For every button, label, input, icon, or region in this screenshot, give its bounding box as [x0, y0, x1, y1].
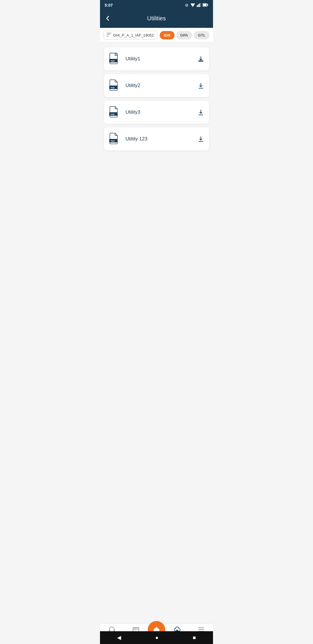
utility-name-3: Utility3	[125, 109, 140, 115]
utility-name-4: Utitity 123	[125, 136, 148, 142]
download-button-4[interactable]	[197, 135, 204, 142]
svg-rect-8	[107, 33, 111, 33]
filter-input[interactable]	[113, 33, 154, 37]
tab-gtl[interactable]: GTL	[194, 31, 210, 39]
svg-rect-23	[199, 141, 203, 142]
utility-name-1: Utility1	[125, 56, 140, 62]
pdf-icon-4: PDF	[109, 133, 121, 145]
svg-rect-17	[199, 88, 203, 88]
utility-item-1[interactable]: PDF Utility1	[104, 47, 209, 70]
pdf-icon-2: PDF	[109, 79, 121, 92]
battery-icon	[203, 3, 208, 8]
filter-input-wrapper[interactable]	[103, 31, 157, 39]
utility-left-3: PDF Utility3	[109, 106, 140, 119]
filter-lines-icon	[107, 33, 111, 37]
svg-rect-6	[208, 4, 208, 6]
filter-bar: GHI GPA GTL	[100, 28, 213, 43]
category-tabs: GHI GPA GTL	[160, 31, 210, 39]
svg-rect-14	[199, 61, 203, 62]
utility-item-2[interactable]: PDF Utility2	[104, 74, 209, 97]
svg-rect-7	[203, 4, 207, 6]
svg-text:PDF: PDF	[111, 113, 115, 115]
tab-ghi[interactable]: GHI	[160, 31, 174, 39]
utility-item-3[interactable]: PDF Utility3	[104, 101, 209, 124]
signal-icon	[197, 3, 201, 8]
svg-text:PDF: PDF	[111, 140, 115, 142]
svg-rect-1	[197, 5, 198, 7]
utility-left-1: PDF Utility1	[109, 53, 140, 65]
utilities-list: PDF Utility1 PDF Utility2	[100, 43, 213, 155]
svg-marker-0	[190, 3, 195, 7]
utility-name-2: Utility2	[125, 83, 140, 88]
settings-icon: ⚙	[185, 3, 189, 8]
app-header: Utilities	[100, 10, 213, 28]
svg-rect-3	[199, 3, 200, 7]
download-button-2[interactable]	[197, 82, 204, 89]
svg-rect-20	[199, 115, 203, 115]
svg-rect-9	[107, 35, 110, 35]
download-button-3[interactable]	[197, 109, 204, 116]
status-time: 5:07	[105, 3, 113, 8]
svg-text:PDF: PDF	[111, 60, 115, 62]
svg-text:PDF: PDF	[111, 87, 115, 89]
utility-item-4[interactable]: PDF Utitity 123	[104, 127, 209, 151]
utility-left-2: PDF Utility2	[109, 79, 140, 92]
utility-left-4: PDF Utitity 123	[109, 133, 148, 145]
svg-rect-2	[198, 4, 199, 7]
pdf-icon-3: PDF	[109, 106, 121, 119]
wifi-icon	[190, 3, 195, 8]
pdf-icon-1: PDF	[109, 53, 121, 65]
status-icons: ⚙	[185, 3, 208, 8]
svg-rect-10	[107, 36, 108, 37]
status-bar: 5:07 ⚙	[100, 0, 213, 10]
tab-gpa[interactable]: GPA	[176, 31, 192, 39]
page-title: Utilities	[114, 15, 199, 22]
back-button[interactable]	[105, 15, 111, 21]
download-button-1[interactable]	[197, 55, 204, 62]
svg-rect-4	[200, 3, 201, 7]
